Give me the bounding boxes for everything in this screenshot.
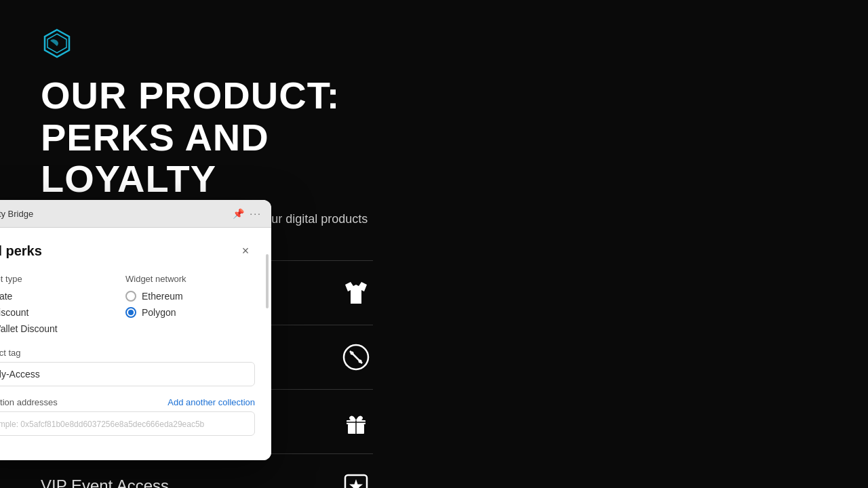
radio-discount-label: Discount [0, 307, 28, 318]
star-icon [339, 469, 373, 488]
titlebar-actions: 📌 ··· [233, 208, 262, 219]
radio-polygon-label: Polygon [142, 307, 176, 318]
perk-label-vip: VIP Event Access [41, 476, 169, 488]
product-tag-input[interactable] [0, 362, 255, 386]
svg-marker-7 [349, 479, 363, 488]
widget-panel: Nifty Bridge 📌 ··· Add perks × Widget ty… [0, 200, 271, 460]
widget-two-col: Widget type Gate Discount Wallet Discoun… [0, 274, 255, 334]
widget-network-col: Widget network Ethereum Polygon [125, 274, 255, 334]
widget-app-name: Nifty Bridge [0, 209, 227, 219]
gift-icon [339, 405, 373, 439]
radio-gate[interactable]: Gate [0, 291, 105, 302]
radio-polygon-circle [125, 307, 136, 318]
widget-body: Add perks × Widget type Gate Discount [0, 228, 271, 460]
radio-ethereum-circle [125, 291, 136, 302]
radio-discount[interactable]: Discount [0, 307, 105, 318]
close-button[interactable]: × [236, 241, 255, 260]
tshirt-icon [339, 276, 373, 310]
logo [41, 27, 73, 62]
widget-type-radio-group: Gate Discount Wallet Discount [0, 291, 105, 334]
svg-point-3 [359, 359, 362, 363]
radio-ethereum-label: Ethereum [142, 291, 183, 302]
svg-point-2 [351, 351, 354, 354]
widget-network-radio-group: Ethereum Polygon [125, 291, 255, 318]
widget-network-label: Widget network [125, 274, 255, 284]
pin-icon[interactable]: 📌 [233, 208, 244, 219]
radio-gate-label: Gate [0, 291, 12, 302]
page-title: OUR PRODUCT: PERKS AND LOYALTY [41, 75, 448, 200]
more-options-icon[interactable]: ··· [250, 208, 262, 219]
widget-type-label: Widget type [0, 274, 105, 284]
radio-polygon[interactable]: Polygon [125, 307, 255, 318]
add-perks-title: Add perks [0, 243, 42, 259]
collection-addresses-group: Collection addresses Add another collect… [0, 397, 255, 436]
product-tag-label: Product tag [0, 348, 255, 358]
widget-titlebar: Nifty Bridge 📌 ··· [0, 200, 271, 228]
radio-ethereum[interactable]: Ethereum [125, 291, 255, 302]
collection-address-input[interactable] [0, 411, 255, 436]
discount-icon [339, 340, 373, 374]
scrollbar[interactable] [266, 254, 269, 308]
radio-wallet-discount[interactable]: Wallet Discount [0, 323, 105, 334]
widget-header-row: Add perks × [0, 241, 255, 260]
collection-addresses-label: Collection addresses [0, 397, 58, 407]
widget-type-col: Widget type Gate Discount Wallet Discoun… [0, 274, 105, 334]
collection-header: Collection addresses Add another collect… [0, 397, 255, 407]
radio-wallet-discount-label: Wallet Discount [0, 323, 58, 334]
add-collection-link[interactable]: Add another collection [167, 397, 255, 407]
product-tag-group: Product tag [0, 348, 255, 386]
